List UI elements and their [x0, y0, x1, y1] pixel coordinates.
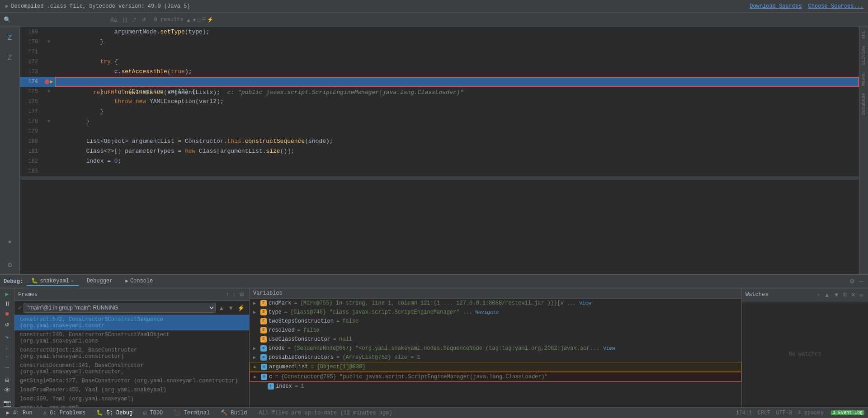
watches-label: Watches — [745, 291, 768, 298]
tab-console[interactable]: ▶ Console — [121, 277, 157, 286]
tab-build[interactable]: 🔨 Build — [218, 409, 250, 417]
frames-header: Frames ↑ ↓ ⚙ — [14, 288, 249, 301]
thread-up-btn[interactable]: ▲ — [217, 304, 225, 312]
watch-down-btn[interactable]: ▼ — [833, 290, 840, 299]
run-to-cursor-btn[interactable]: → — [1, 364, 13, 371]
table-row: 181 Class<?>[] parameterTypes = new Clas… — [20, 146, 859, 156]
list-item[interactable]: constructDocument:141, BaseConstructor (… — [14, 361, 249, 376]
multiline-btn[interactable]: □ — [198, 17, 201, 23]
add-watch-btn[interactable]: + — [816, 290, 821, 299]
line-icons — [42, 107, 55, 117]
database-tab[interactable]: Database — [860, 89, 867, 118]
list-item[interactable]: ▶ F endMark = {Mark@755} in string, line… — [250, 299, 741, 308]
debug-minimize-btn[interactable]: ─ — [859, 277, 864, 286]
tab-todo[interactable]: ☑ TODO — [141, 409, 165, 417]
filter-btn[interactable]: ⚡ — [207, 17, 213, 23]
step-out-btn[interactable]: ↑ — [1, 354, 13, 361]
step-into-btn[interactable]: ↓ — [1, 344, 13, 351]
watch-up-btn[interactable]: ▲ — [823, 290, 831, 299]
list-item[interactable]: ▶ ≡ argumentList = {Object[1]@830} — [250, 362, 741, 372]
prev-result-btn[interactable]: ▲ — [186, 17, 191, 23]
line-content: Class<?>[] parameterTypes = new Class[ar… — [55, 146, 859, 156]
debug-settings-btn[interactable]: ⚙ — [849, 277, 856, 286]
sidebar-icon-favorites[interactable]: ★ — [3, 234, 17, 249]
frames-down-btn[interactable]: ↓ — [232, 290, 237, 299]
case-sensitive-btn[interactable]: Aa — [108, 16, 119, 24]
tab-problems[interactable]: ⚠ 6: Problems — [41, 409, 89, 417]
download-sources-link[interactable]: Download Sources — [750, 3, 802, 9]
frames-options-btn[interactable]: ⚙ — [238, 290, 245, 299]
list-item[interactable]: construct:572, Constructor$ConstructSequ… — [14, 315, 249, 330]
options-btn[interactable]: ☰ — [202, 17, 206, 23]
refresh-debug-btn[interactable]: ↺ — [1, 320, 13, 328]
bottom-right-info: 174:1 CRLF UTF-8 4 spaces 1 Event Log — [736, 410, 864, 416]
stop-btn[interactable]: ■ — [1, 310, 13, 318]
thread-down-btn[interactable]: ▼ — [227, 304, 235, 312]
ant-tab[interactable]: Ant — [860, 27, 867, 42]
line-icons — [42, 27, 55, 37]
list-item[interactable]: construct:346, Constructor$ConstructYaml… — [14, 330, 249, 346]
sciview-tab[interactable]: SCIView — [860, 42, 867, 69]
list-item[interactable]: i index = 1 — [250, 382, 741, 391]
sidebar-icon-structure[interactable]: Z — [3, 31, 17, 45]
step-over-btn[interactable]: ↷ — [1, 333, 13, 341]
list-item[interactable]: F useClassConstructor = null — [250, 335, 741, 344]
tab-debug[interactable]: 🐛 5: Debug — [94, 409, 135, 417]
table-row: 173 c.setAccessible(true); — [20, 67, 859, 77]
variables-header: Variables — [250, 288, 741, 299]
line-icons — [42, 57, 55, 67]
list-item[interactable]: ▶ ≡ possibleConstructors = {ArrayList@75… — [250, 353, 741, 362]
list-item[interactable]: loadFromReader:450, Yaml (org.yaml.snake… — [14, 385, 249, 395]
list-item[interactable]: F twoStepsConstruction = false — [250, 317, 741, 326]
left-sidebar: Z Z ★ ⚙ — [0, 27, 20, 274]
next-result-btn[interactable]: ▼ — [192, 17, 197, 23]
maven-tab[interactable]: Maven — [860, 69, 867, 89]
list-item[interactable]: F resolved = false — [250, 326, 741, 335]
copy-watch-btn[interactable]: ⧉ — [842, 290, 848, 299]
list-item[interactable]: ▶ ≡ c = {Constructor@795} "public javax.… — [250, 372, 741, 382]
line-content: c.setAccessible(true); — [55, 67, 859, 77]
list-item[interactable]: getSingleData:127, BaseConstructor (org.… — [14, 376, 249, 385]
thread-check[interactable]: ✓ — [18, 304, 22, 311]
list-item[interactable]: ▶ F type = {Class@746} "class javax.scri… — [250, 308, 741, 317]
line-content: index = 0; — [55, 156, 859, 166]
evaluate-btn[interactable]: ⊞ — [1, 376, 13, 384]
pause-btn[interactable]: ⏸ — [1, 301, 13, 308]
indent-info: 4 spaces — [797, 410, 824, 416]
table-row: 178 ▼ } — [20, 117, 859, 127]
refresh-btn[interactable]: ↺ — [140, 16, 148, 24]
horizontal-scrollbar[interactable] — [20, 176, 859, 180]
list-item[interactable]: load:369, Yaml (org.yaml.snakeyaml) — [14, 395, 249, 404]
watch-options-btn[interactable]: ∞ — [859, 290, 864, 299]
tab-debugger[interactable]: 🐛 snakeyaml ✕ — [27, 277, 78, 286]
frames-restore-btn[interactable]: ↑ — [225, 290, 230, 299]
event-log-badge[interactable]: 1 Event Log — [831, 410, 864, 415]
line-number: 176 — [20, 97, 42, 107]
sidebar-icon-settings[interactable]: ⚙ — [3, 258, 17, 272]
file-title: Decompiled .class file, bytecode version… — [11, 3, 190, 9]
watch-btn[interactable]: 👁 — [1, 387, 13, 394]
search-nav: ▲ ▼ □ ☰ ⚡ — [186, 17, 213, 23]
whole-word-btn[interactable]: ⌊⌋ — [121, 16, 129, 24]
line-content — [55, 166, 859, 176]
list-item[interactable]: ▶ ≡ snode = {SequenceNode@667} "<org.yam… — [250, 344, 741, 353]
line-number: 182 — [20, 156, 42, 166]
list-item[interactable]: constructObject:182, BaseConstructor (or… — [14, 346, 249, 361]
remove-watch-btn[interactable]: ✕ — [850, 290, 857, 299]
tab-terminal[interactable]: ⬛ Terminal — [171, 409, 212, 417]
code-editor[interactable]: 169 argumentNode.setType(type); 170 ▼ } … — [20, 27, 859, 274]
tab-run[interactable]: ▶ 4: Run — [4, 409, 35, 417]
camera-btn[interactable]: 📷 — [1, 399, 13, 407]
encoding: UTF-8 — [776, 410, 792, 416]
thread-select[interactable]: "main"@1 in group "main": RUNNING — [24, 303, 216, 313]
resume-btn[interactable]: ▶ — [1, 290, 13, 298]
debug-label: Debug: — [4, 278, 23, 285]
line-icons: ▶ — [42, 77, 55, 87]
choose-sources-link[interactable]: Choose Sources... — [808, 3, 863, 9]
search-input[interactable] — [14, 16, 104, 23]
tab-debugger-label[interactable]: Debugger — [82, 277, 118, 286]
sidebar-icon-structure2[interactable]: Z — [3, 51, 17, 65]
list-item[interactable]: main:11, snakeyaml — [14, 404, 249, 407]
thread-filter-btn[interactable]: ⚡ — [236, 304, 245, 312]
regex-btn[interactable]: .* — [131, 16, 138, 24]
